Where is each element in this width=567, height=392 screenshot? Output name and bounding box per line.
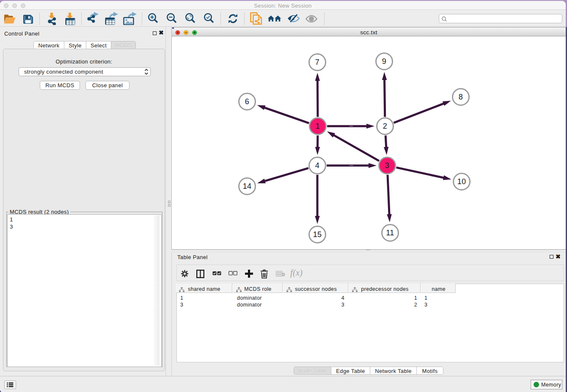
svg-text:2: 2 xyxy=(383,122,387,130)
svg-text:4: 4 xyxy=(315,161,319,170)
svg-text:10: 10 xyxy=(457,177,466,186)
svg-text:15: 15 xyxy=(313,230,322,239)
svg-text:9: 9 xyxy=(382,57,386,66)
svg-text:8: 8 xyxy=(459,93,463,101)
svg-text:11: 11 xyxy=(386,229,394,237)
svg-text:1: 1 xyxy=(316,122,320,130)
svg-text:7: 7 xyxy=(315,58,319,66)
svg-text:3: 3 xyxy=(385,161,389,170)
svg-text:6: 6 xyxy=(245,97,249,106)
svg-text:14: 14 xyxy=(243,182,252,190)
